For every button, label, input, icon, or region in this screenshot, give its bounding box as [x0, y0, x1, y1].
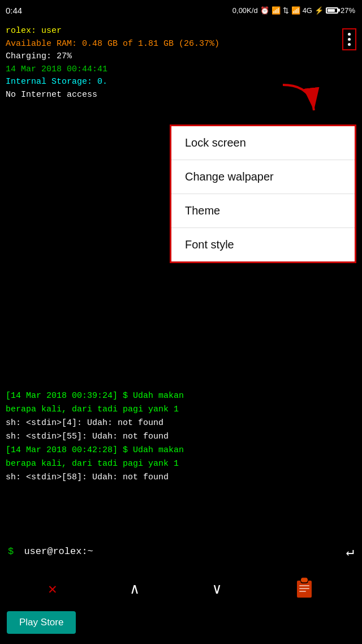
network-speed: 0,00K/d [232, 6, 258, 15]
alarm-icon: ⏰ [260, 6, 269, 15]
terminal-block2-line1: [14 Mar 2018 00:42:28] $ Udah makan [6, 444, 356, 457]
terminal-block1-line1: [14 Mar 2018 00:39:24] $ Udah makan [6, 389, 356, 403]
terminal-cmd-1: $ Udah makan [118, 391, 184, 401]
terminal-line-5: Internal Storage: 0. [6, 76, 356, 89]
context-menu: Lock screen Change walpaper Theme Font s… [170, 124, 356, 263]
terminal-line-3: Charging: 27% [6, 50, 356, 63]
terminal-block2-line2: berapa kali, dari tadi pagi yank 1 [6, 457, 356, 471]
terminal-line-4: 14 Mar 2018 00:44:41 [6, 63, 356, 76]
svg-rect-4 [299, 585, 309, 586]
down-button[interactable]: ∨ [213, 580, 222, 598]
terminal-block1-line2: berapa kali, dari tadi pagi yank 1 [6, 403, 356, 417]
signal-icon: 📶 [272, 6, 281, 15]
close-button[interactable]: ✕ [48, 580, 57, 598]
enter-key-icon[interactable]: ↵ [346, 543, 354, 560]
battery-icon [326, 7, 338, 14]
status-bar: 0:44 0,00K/d ⏰ 📶 ⇅ 📶 4G ⚡ 27% [0, 0, 362, 20]
terminal-line-6: No Internet access [6, 89, 356, 102]
dot-3 [348, 43, 351, 46]
menu-item-change-wallpaper[interactable]: Change walpaper [171, 160, 355, 194]
menu-item-lock-screen[interactable]: Lock screen [171, 126, 355, 160]
terminal-output: rolex: user Available RAM: 0.48 GB of 1.… [0, 20, 362, 106]
clipboard-button[interactable] [295, 576, 314, 602]
prompt-user: user@rolex:~ [24, 546, 93, 557]
network-type: 4G [303, 6, 312, 15]
menu-item-theme[interactable]: Theme [171, 194, 355, 228]
dot-1 [348, 33, 351, 36]
terminal-err1: sh: <stdin>[4]: Udah: not found [6, 417, 356, 430]
prompt-area: $ user@rolex:~ ↵ [0, 538, 362, 565]
signal-icon-2: 📶 [291, 6, 300, 15]
svg-rect-6 [299, 591, 306, 592]
dot-2 [348, 38, 351, 41]
battery-fill [327, 9, 335, 12]
terminal-line-2: Available RAM: 0.48 GB of 1.81 GB (26.37… [6, 38, 356, 51]
status-right: 0,00K/d ⏰ 📶 ⇅ 📶 4G ⚡ 27% [232, 6, 355, 15]
signal-arrows-icon: ⇅ [283, 6, 289, 15]
up-button[interactable]: ∧ [130, 580, 139, 598]
terminal-cmd-2: $ Udah makan [118, 445, 184, 455]
terminal-err3: sh: <stdin>[58]: Udah: not found [6, 471, 356, 484]
svg-rect-3 [301, 578, 308, 582]
menu-item-font-style[interactable]: Font style [171, 228, 355, 261]
prompt-dollar: $ [8, 546, 14, 557]
prompt-line: $ user@rolex:~ [8, 546, 93, 557]
terminal-line-1: rolex: user [6, 25, 356, 38]
charging-icon: ⚡ [314, 6, 324, 15]
terminal-ts-2: [14 Mar 2018 00:42:28] [6, 445, 118, 455]
terminal-bottom-output: [14 Mar 2018 00:39:24] $ Udah makan bera… [0, 385, 362, 489]
play-store-button[interactable]: Play Store [7, 611, 76, 634]
controls-row: ✕ ∧ ∨ [0, 572, 362, 606]
svg-rect-5 [299, 588, 309, 589]
overflow-menu-button[interactable] [342, 28, 356, 50]
status-time: 0:44 [6, 6, 22, 15]
terminal-err2: sh: <stdin>[55]: Udah: not found [6, 430, 356, 444]
terminal-ts-1: [14 Mar 2018 00:39:24] [6, 391, 118, 401]
battery-percent: 27% [341, 6, 355, 15]
